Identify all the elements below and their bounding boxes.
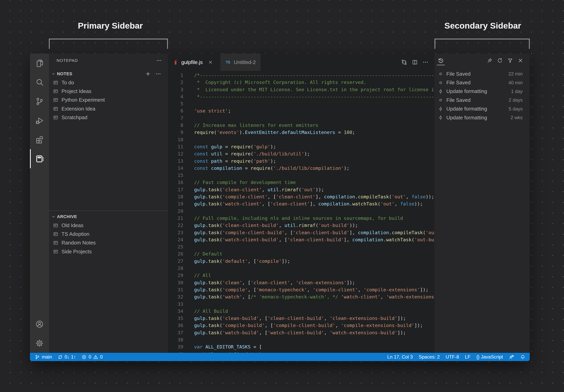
line-number: 29 — [168, 272, 183, 279]
code-line: 9require('events').EventEmitter.defaultM… — [168, 129, 435, 136]
commit-icon — [438, 115, 443, 120]
primary-sidebar-bracket — [49, 39, 168, 49]
status-problems-text: 0 — [88, 354, 91, 360]
code-line-content: gulp.task('clean-client', util.rimraf('o… — [194, 186, 324, 193]
code-editor[interactable]: 1/*-------------------------------------… — [168, 71, 435, 353]
code-line-content: // All Build — [194, 308, 228, 315]
line-number: 37 — [168, 329, 183, 336]
line-number: 35 — [168, 315, 183, 322]
code-line: 34// All Build — [168, 308, 435, 315]
activity-item-explorer[interactable] — [30, 54, 49, 73]
line-number: 19 — [168, 200, 183, 208]
tab-close-icon[interactable] — [208, 60, 213, 65]
timeline-item-label: Update formatting — [446, 115, 487, 121]
note-item[interactable]: TS Adoption — [49, 230, 168, 238]
activity-item-settings[interactable] — [30, 334, 49, 353]
line-number: 4 — [168, 93, 183, 100]
status-indentation[interactable]: Spaces: 2 — [419, 354, 440, 360]
code-line: 23gulp.task('compile-client-build', ['cl… — [168, 229, 435, 236]
timeline-item-label: Update formatting — [446, 106, 487, 112]
note-item[interactable]: Scratchpad — [49, 113, 168, 122]
timeline-item[interactable]: Update formatting5 days — [435, 105, 530, 113]
editor-tab-Untitled-2[interactable]: Untitled-2 — [220, 54, 260, 71]
ellipsis-icon[interactable] — [155, 71, 161, 77]
timeline-item[interactable]: Update formatting2 wks — [435, 113, 530, 122]
line-number: 26 — [168, 250, 183, 257]
split-editor-icon[interactable] — [412, 59, 418, 65]
timeline-item[interactable]: File Saved2 days — [435, 96, 530, 104]
status-eol-text: LF — [465, 354, 470, 360]
code-line: 38 — [168, 336, 435, 343]
line-number: 36 — [168, 322, 183, 329]
circle-icon — [438, 71, 443, 76]
code-line: 39var ALL_EDITOR_TASKS = [ — [168, 343, 435, 350]
primary-sidebar: NOTEPAD NOTES To doProject IdeasPython E… — [49, 54, 168, 353]
status-notifications[interactable] — [520, 354, 525, 360]
activity-item-notepad[interactable] — [30, 149, 49, 168]
status-branch[interactable]: main — [35, 354, 52, 360]
close-icon[interactable] — [518, 57, 523, 63]
status-eol[interactable]: LF — [465, 354, 470, 360]
line-number: 38 — [168, 336, 183, 343]
pin-icon[interactable] — [487, 57, 493, 63]
line-number: 5 — [168, 100, 183, 107]
line-number: 33 — [168, 301, 183, 308]
note-item[interactable]: Python Experiment — [49, 96, 168, 104]
archive-section-header[interactable]: ARCHIVE — [49, 212, 168, 221]
note-item-label: Scratchpad — [61, 114, 87, 121]
line-number: 24 — [168, 236, 183, 243]
code-line: 22gulp.task('clean-client-build', util.r… — [168, 222, 435, 229]
note-icon — [53, 80, 58, 85]
code-line: 30gulp.task('clean', ['clean-client', 'c… — [168, 279, 435, 286]
status-sync[interactable]: 0↓ 1↑ — [57, 354, 76, 360]
notes-section-header[interactable]: NOTES — [49, 70, 168, 78]
status-encoding[interactable]: UTF-8 — [446, 354, 459, 360]
ellipsis-icon[interactable] — [156, 57, 162, 63]
vscode-window: NOTEPAD NOTES To doProject IdeasPython E… — [30, 54, 530, 361]
status-feedback[interactable] — [509, 354, 514, 360]
open-changes-icon[interactable] — [401, 59, 407, 65]
timeline-view-tab[interactable] — [437, 54, 445, 67]
note-item[interactable]: Old Ideas — [49, 221, 168, 230]
timeline-item[interactable]: File Saved40 min — [435, 78, 530, 87]
commit-icon — [438, 89, 443, 94]
code-line-content: // Increase max listeners for event emit… — [194, 122, 318, 129]
ellipsis-icon[interactable] — [422, 59, 429, 65]
activity-item-run-debug[interactable] — [30, 111, 49, 130]
timeline-panel-header — [435, 54, 530, 67]
activity-item-extensions[interactable] — [30, 130, 49, 149]
line-number: 20 — [168, 208, 183, 215]
plus-icon[interactable] — [145, 71, 151, 77]
status-cursor-position[interactable]: Ln 17, Col 3 — [387, 354, 413, 360]
timeline-item[interactable]: File Saved22 min — [435, 70, 530, 78]
code-line: 1/*-------------------------------------… — [168, 72, 435, 79]
timeline-item[interactable]: Update formatting1 day — [435, 87, 530, 96]
activity-item-source-control[interactable] — [30, 92, 49, 111]
warning-icon — [93, 354, 98, 360]
source-control-icon — [35, 97, 44, 106]
tab-label: Untitled-2 — [234, 59, 256, 65]
feedback-icon — [509, 354, 514, 360]
note-item[interactable]: Project Ideas — [49, 87, 168, 96]
filter-icon[interactable] — [507, 57, 513, 63]
note-item[interactable]: Side Projects — [49, 247, 168, 256]
code-line-content: gulp.task('watch', [/* 'monaco-typecheck… — [194, 293, 435, 300]
editor-tab-gulpfile.js[interactable]: gulpfile.js — [168, 54, 220, 71]
activity-bar — [30, 54, 49, 353]
code-line-content: gulp.task('watch-build', ['watch-client-… — [194, 329, 406, 336]
code-line-content: const compilation = require('./build/lib… — [194, 165, 349, 172]
note-item[interactable]: Extension Idea — [49, 104, 168, 113]
note-item[interactable]: To do — [49, 78, 168, 87]
code-line-content: gulp.task('compile-client-build', ['clea… — [194, 229, 435, 236]
note-item[interactable]: Random Notes — [49, 238, 168, 247]
status-problems[interactable]: 00 — [81, 354, 103, 360]
note-item-label: Side Projects — [61, 249, 92, 255]
activity-item-search[interactable] — [30, 73, 49, 92]
run-debug-icon — [35, 116, 44, 125]
activity-item-account[interactable] — [30, 315, 49, 334]
note-icon — [53, 223, 58, 228]
code-line: 18gulp.task('compile-client', ['clean-cl… — [168, 193, 435, 200]
refresh-icon[interactable] — [497, 57, 503, 63]
code-line: 2 * Copyright (c) Microsoft Corporation.… — [168, 79, 435, 86]
status-language-mode[interactable]: {} JavaScript — [476, 354, 503, 360]
